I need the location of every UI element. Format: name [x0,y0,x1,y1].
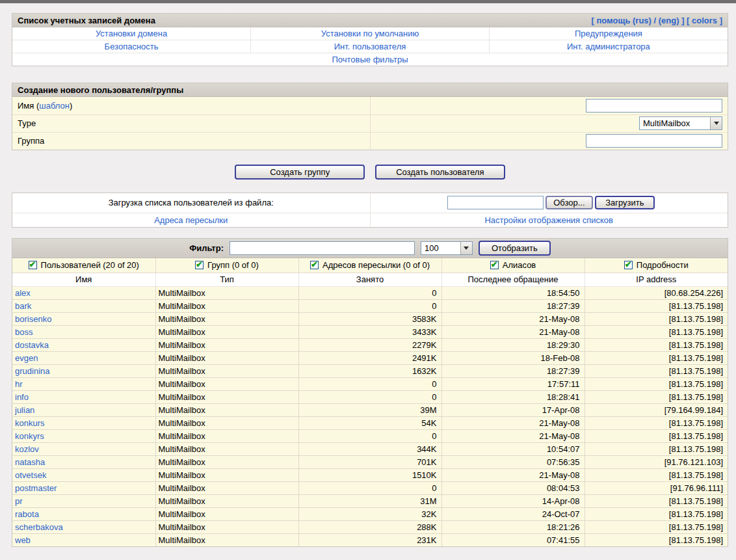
account-link[interactable]: evgen [15,353,38,363]
table-row: prMultiMailbox31M14-Apr-08[81.13.75.198] [12,494,728,507]
last-access-cell: 08:04:53 [441,481,585,494]
account-link[interactable]: pr [15,496,23,506]
table-row: borisenkoMultiMailbox3583K21-May-08[81.1… [12,312,728,325]
colors-link[interactable]: colors [692,16,717,25]
account-link[interactable]: konkurs [15,418,45,428]
chevron-down-icon[interactable] [710,117,722,129]
ip-cell: [81.13.75.198] [585,533,728,546]
chevron-down-icon[interactable] [460,242,472,254]
used-cell: 288K [298,520,441,533]
users-group-label: Пользователей (20 of 20) [41,260,139,270]
group-label-cell: Группа [12,132,370,150]
bracket: ] [ [679,16,692,25]
column-header-name: Имя [12,273,155,286]
account-link[interactable]: otvetsek [15,470,46,480]
account-link[interactable]: rabota [15,509,39,519]
account-name-cell: otvetsek [12,468,155,481]
users-group-cell: Пользователей (20 of 20) [12,258,155,273]
ip-cell: [91.76.96.111] [585,481,728,494]
nav-link-security[interactable]: Безопасность [105,42,159,51]
users-checkbox[interactable] [29,261,37,269]
nav-cell: Почтовые фильтры [12,53,728,66]
type-cell: MultiMailbox [155,403,298,416]
filter-input[interactable] [230,241,415,255]
type-cell: MultiMailbox [155,338,298,351]
create-user-button[interactable]: Создать пользователя [375,165,505,180]
used-cell: 0 [298,481,441,494]
name-label: Имя [18,101,34,111]
last-access-cell: 07:56:35 [441,455,585,468]
browse-button[interactable]: Обзор... [545,196,592,209]
account-name-cell: konkurs [12,416,155,429]
account-link[interactable]: grudinina [15,366,50,376]
details-checkbox[interactable] [624,261,633,269]
ip-cell: [81.13.75.198] [585,494,728,507]
account-link[interactable]: kozlov [15,444,39,454]
nav-link-mail-filters[interactable]: Почтовые фильтры [332,55,408,64]
account-name-cell: bark [12,299,155,312]
groups-group-cell: Групп (0 of 0) [155,258,298,273]
table-row: natashaMultiMailbox701K07:56:35[91.76.12… [12,455,728,468]
type-cell: MultiMailbox [155,455,298,468]
account-name-cell: julian [12,403,155,416]
account-link[interactable]: hr [15,379,23,389]
account-link[interactable]: natasha [15,457,45,467]
details-group-label: Подробности [637,260,689,270]
account-link[interactable]: borisenko [15,314,51,324]
account-link[interactable]: bark [15,301,31,311]
type-cell: MultiMailbox [155,299,298,312]
account-link[interactable]: web [15,535,31,545]
template-link[interactable]: шаблон [39,101,70,111]
account-name-cell: web [12,533,155,546]
account-link[interactable]: postmaster [15,483,57,493]
create-group-button[interactable]: Создать группу [235,165,365,180]
account-link[interactable]: scherbakova [15,522,63,532]
account-link[interactable]: alex [15,288,31,298]
table-row: otvetsekMultiMailbox1510K21-May-08[81.13… [12,468,728,481]
forwarders-checkbox[interactable] [310,261,319,269]
nav-cell: Инт. пользователя [251,40,490,53]
list-display-settings-link[interactable]: Настройки отображения списков [484,215,613,225]
type-label: Type [18,118,36,128]
table-row: bossMultiMailbox3433K21-May-08[81.13.75.… [12,325,728,338]
forwarding-addresses-link[interactable]: Адреса пересылки [154,215,228,225]
paren: ) [70,101,72,111]
column-header-type: Тип [155,273,298,286]
show-button[interactable]: Отобразить [479,241,551,256]
ip-cell: [81.13.75.198] [585,390,728,403]
nav-link-defaults[interactable]: Установки по умолчанию [321,29,419,38]
upload-file-input[interactable] [447,196,544,209]
type-cell: MultiMailbox [155,377,298,390]
upload-section: Загрузка списка пользователей из файла: … [12,193,728,228]
ip-cell: [81.13.75.198] [585,312,728,325]
type-select[interactable]: MultiMailbox [639,116,722,130]
table-row: evgenMultiMailbox2491K18-Feb-08[81.13.75… [12,351,728,364]
account-name-cell: natasha [12,455,155,468]
account-link[interactable]: boss [15,327,33,337]
group-header-row: Пользователей (20 of 20) Групп (0 of 0) … [12,258,728,273]
help-rus-link[interactable]: помощь (rus) [596,16,651,25]
type-cell: MultiMailbox [155,351,298,364]
help-eng-link[interactable]: (eng) [659,16,679,25]
nav-link-admin-interface[interactable]: Инт. администратора [567,42,650,51]
nav-link-domain-settings[interactable]: Установки домена [96,29,167,38]
nav-link-alerts[interactable]: Предупреждения [575,29,642,38]
forwarding-cell: Адреса пересылки [12,213,370,227]
groups-checkbox[interactable] [195,261,204,269]
upload-table: Загрузка списка пользователей из файла: … [12,193,728,227]
last-access-cell: 21-May-08 [441,325,585,338]
account-link[interactable]: info [15,392,29,402]
account-link[interactable]: julian [15,405,34,415]
upload-button[interactable]: Загрузить [595,196,654,209]
page-size-select[interactable]: 100 [421,241,473,255]
account-link[interactable]: dostavka [15,340,49,350]
group-input[interactable] [586,134,722,148]
nav-link-user-interface[interactable]: Инт. пользователя [334,42,406,51]
page-size-value: 100 [421,243,442,253]
type-cell: MultiMailbox [155,364,298,377]
last-access-cell: 07:41:55 [441,533,585,546]
account-link[interactable]: konkyrs [15,431,44,441]
aliases-checkbox[interactable] [490,261,499,269]
name-input[interactable] [586,99,722,113]
type-cell: MultiMailbox [155,520,298,533]
